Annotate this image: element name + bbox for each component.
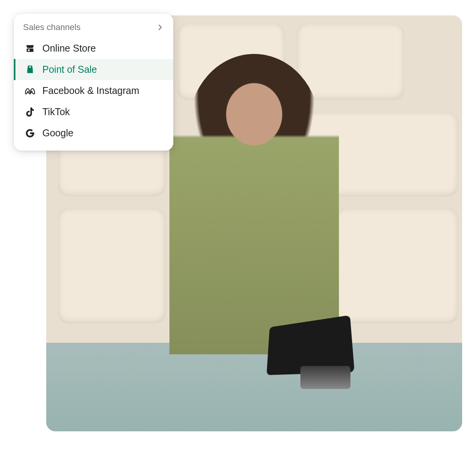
shopify-bag-icon (25, 64, 35, 75)
storefront-icon (25, 43, 35, 54)
channel-label: TikTok (42, 106, 70, 117)
store-counter (46, 343, 462, 431)
pos-dock (300, 366, 350, 389)
pos-terminal (262, 320, 362, 389)
channel-label: Facebook & Instagram (42, 85, 139, 96)
channel-label: Google (42, 127, 74, 139)
channel-online-store[interactable]: Online Store (14, 38, 173, 59)
channel-facebook-instagram[interactable]: Facebook & Instagram (14, 80, 173, 101)
channel-label: Point of Sale (42, 64, 97, 75)
chevron-right-icon (156, 23, 164, 31)
menu-title: Sales channels (23, 22, 80, 32)
sales-channels-menu: Sales channels Online Store Point of Sal… (14, 14, 173, 151)
store-associate (169, 62, 339, 354)
channel-tiktok[interactable]: TikTok (14, 101, 173, 122)
meta-icon (25, 85, 35, 96)
tiktok-icon (25, 107, 35, 117)
channel-point-of-sale[interactable]: Point of Sale (14, 59, 173, 80)
menu-header[interactable]: Sales channels (14, 22, 173, 38)
shelf-niche (335, 208, 458, 323)
shelf-niche (58, 208, 166, 323)
channel-label: Online Store (42, 43, 96, 54)
google-icon (25, 128, 35, 139)
channel-google[interactable]: Google (14, 122, 173, 144)
